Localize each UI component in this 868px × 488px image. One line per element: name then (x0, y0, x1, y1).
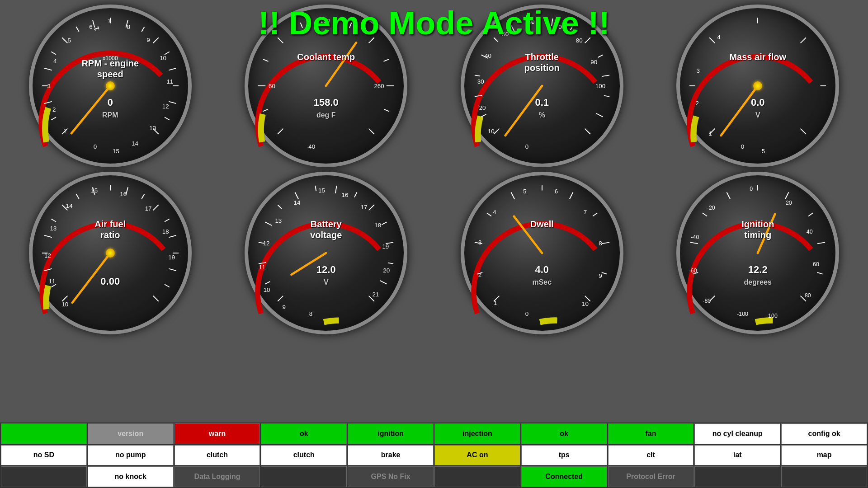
svg-text:1: 1 (494, 300, 497, 306)
gauge-timing-value: 12.2degrees (744, 264, 772, 287)
status-cell-map[interactable]: map (781, 445, 867, 466)
gauge-container-afr: 10 11 12 13 14 15 16 17 18 19 Air fuelra… (5, 172, 216, 334)
status-cell-clutch1[interactable]: clutch (175, 445, 260, 466)
svg-text:3: 3 (697, 67, 700, 74)
svg-text:1: 1 (63, 128, 66, 135)
svg-line-138 (369, 205, 374, 210)
svg-line-111 (165, 219, 170, 222)
svg-line-68 (602, 75, 609, 76)
gauge-container-battery: 8 9 10 11 12 13 14 15 16 17 18 19 20 21 … (221, 172, 432, 334)
svg-text:90: 90 (590, 59, 597, 66)
svg-text:17: 17 (361, 204, 368, 211)
svg-line-17 (165, 117, 170, 120)
svg-text:-100: -100 (737, 311, 748, 317)
svg-text:8: 8 (599, 240, 602, 247)
status-cell-config-ok[interactable]: config ok (781, 423, 867, 444)
status-cell-brake[interactable]: brake (348, 445, 434, 466)
svg-line-110 (153, 205, 158, 210)
svg-line-165 (569, 192, 573, 199)
status-cell-injection[interactable]: injection (434, 423, 520, 444)
svg-text:8: 8 (127, 23, 130, 30)
status-bar: version warn ok ignition injection ok fa… (0, 422, 868, 488)
svg-text:10: 10 (488, 128, 495, 135)
svg-line-191 (817, 272, 823, 274)
svg-text:15: 15 (318, 187, 325, 194)
svg-text:21: 21 (373, 291, 379, 298)
svg-line-112 (169, 235, 176, 237)
status-cell-clt[interactable]: clt (608, 445, 694, 466)
status-cell-warn[interactable]: warn (175, 423, 260, 444)
svg-text:19: 19 (382, 243, 389, 250)
status-cell-no-cyl-cleanup[interactable]: no cyl cleanup (694, 423, 780, 444)
svg-text:14: 14 (132, 140, 138, 147)
svg-line-7 (76, 27, 79, 32)
svg-text:100: 100 (768, 313, 778, 319)
svg-line-168 (602, 272, 607, 274)
status-cell-ac-on[interactable]: AC on (434, 445, 520, 466)
svg-text:100: 100 (595, 83, 605, 89)
svg-text:13: 13 (149, 125, 156, 131)
svg-line-88 (801, 38, 806, 43)
status-cell-connected[interactable]: Connected (521, 466, 607, 487)
svg-text:11: 11 (48, 278, 55, 285)
svg-text:13: 13 (50, 225, 57, 232)
svg-line-69 (604, 96, 609, 97)
svg-line-86 (709, 38, 715, 43)
gauge-maf-center (753, 81, 762, 90)
status-cell-no-knock[interactable]: no knock (88, 466, 174, 487)
svg-text:18: 18 (374, 222, 381, 229)
status-cell-protocol-error[interactable]: Protocol Error (608, 466, 694, 487)
status-cell-iat[interactable]: iat (694, 445, 780, 466)
svg-text:6: 6 (555, 188, 558, 195)
status-cell-gps-no-fix[interactable]: GPS No Fix (348, 466, 434, 487)
svg-line-142 (380, 281, 387, 284)
svg-line-137 (354, 192, 357, 197)
svg-text:-40: -40 (691, 234, 699, 240)
status-cell-ok1[interactable]: ok (261, 423, 347, 444)
svg-text:20: 20 (786, 200, 792, 206)
svg-line-115 (165, 284, 170, 287)
svg-line-133 (278, 205, 282, 209)
svg-text:40: 40 (485, 52, 491, 59)
svg-line-190 (817, 242, 825, 244)
status-cell-r3c1 (1, 466, 87, 487)
svg-text:-80: -80 (703, 298, 711, 304)
svg-line-71 (585, 129, 590, 134)
svg-text:4: 4 (53, 58, 57, 65)
gauge-battery-label: Batteryvoltage (310, 219, 342, 240)
svg-text:0: 0 (741, 143, 744, 150)
status-cell-no-sd[interactable]: no SD (1, 445, 87, 466)
gauge-throttle-value: 0.1% (535, 97, 549, 120)
svg-text:5: 5 (523, 188, 526, 195)
status-cell-ok2[interactable]: ok (521, 423, 607, 444)
svg-line-6 (62, 38, 67, 43)
status-cell-tps[interactable]: tps (521, 445, 607, 466)
svg-text:10: 10 (61, 301, 68, 308)
gauge-dwell-value: 4.0mSec (532, 264, 552, 287)
gauge-battery-value: 12.0V (316, 264, 336, 287)
svg-text:1: 1 (92, 25, 101, 32)
status-cell-no-pump[interactable]: no pump (88, 445, 174, 466)
status-cell-r1c1[interactable] (1, 423, 87, 444)
svg-text:20: 20 (383, 267, 390, 274)
svg-line-67 (598, 55, 603, 57)
svg-text:2: 2 (696, 100, 699, 107)
status-cell-fan[interactable]: fan (608, 423, 694, 444)
status-cell-clutch2[interactable]: clutch (261, 445, 347, 466)
gauge-container-dwell: 0 1 2 3 4 5 6 7 8 9 10 Dwell 4.0mSec (436, 172, 648, 334)
svg-text:10: 10 (582, 300, 589, 307)
svg-text:9: 9 (283, 304, 286, 310)
svg-text:-20: -20 (707, 205, 715, 211)
svg-line-56 (494, 129, 499, 134)
svg-line-163 (511, 192, 514, 199)
svg-text:0: 0 (94, 143, 97, 150)
svg-text:16: 16 (120, 191, 127, 197)
svg-line-136 (335, 186, 337, 193)
svg-text:2: 2 (52, 106, 56, 113)
status-cell-version[interactable]: version (88, 423, 174, 444)
svg-text:6: 6 (89, 23, 92, 30)
status-cell-ignition[interactable]: ignition (348, 423, 434, 444)
status-cell-data-logging[interactable]: Data Logging (175, 466, 260, 487)
svg-line-14 (169, 68, 176, 70)
gauge-container-rpm: 1 1 2 3 4 5 6 7 8 9 10 11 12 13 14 15 0 … (5, 5, 216, 167)
